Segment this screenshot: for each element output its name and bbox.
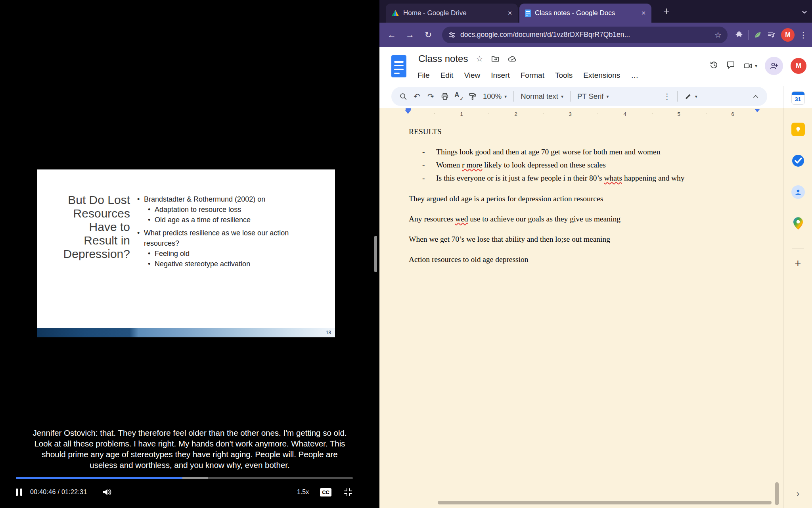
get-add-ons-button[interactable]: + xyxy=(795,258,801,269)
docs-toolbar: ↶ ↷ A✓ 100%▾ Normal text▾ PT Serif▾ xyxy=(391,87,767,106)
version-history-icon[interactable] xyxy=(709,60,718,71)
document-canvas[interactable]: RESULTS -Things look good and then at ag… xyxy=(409,120,762,266)
ruler-tick xyxy=(434,114,435,114)
video-progress-bar[interactable] xyxy=(16,477,353,479)
menu-edit[interactable]: Edit xyxy=(440,71,454,80)
slide-bullet-list: •Brandstadter & Rothermund (2002) on •Ad… xyxy=(137,194,293,269)
volume-button[interactable] xyxy=(102,488,113,496)
docs-menubar: File Edit View Insert Format Tools Exten… xyxy=(417,71,638,80)
chevron-down-icon: ▾ xyxy=(561,94,563,99)
hide-side-panel-chevron[interactable]: › xyxy=(784,489,812,498)
slide-sub-bullet: •Adaptation to resource loss xyxy=(148,204,293,215)
toolbar-divider xyxy=(748,30,749,40)
menu-overflow[interactable]: … xyxy=(631,71,638,80)
ruler-tick xyxy=(488,114,489,114)
video-camera-icon xyxy=(743,61,753,71)
video-player[interactable]: But Do Lost Resources Have to Result in … xyxy=(0,0,379,508)
address-bar[interactable]: docs.google.com/document/d/1vz8rDXFBqrR7… xyxy=(442,27,728,43)
share-button[interactable] xyxy=(765,57,783,75)
calendar-button[interactable]: 31 xyxy=(791,91,805,105)
ruler: 1 2 3 4 5 6 xyxy=(379,108,812,120)
search-menus-button[interactable] xyxy=(396,89,410,104)
pause-button[interactable] xyxy=(16,489,22,496)
meet-presentation-button[interactable]: ▾ xyxy=(743,61,757,71)
zoom-select[interactable]: 100%▾ xyxy=(479,92,510,101)
contacts-button[interactable] xyxy=(791,185,805,199)
browser-menu-kebab-icon[interactable]: ⋮ xyxy=(798,30,809,40)
vertical-scrollbar[interactable] xyxy=(775,482,779,505)
chevron-down-icon: ▾ xyxy=(695,94,697,99)
docs-header: Class notes ☆ File Edit View Insert Form… xyxy=(379,47,812,86)
keep-button[interactable] xyxy=(791,123,805,136)
bookmark-star-icon[interactable]: ☆ xyxy=(714,30,722,40)
chevron-down-icon: ▾ xyxy=(606,94,609,99)
new-tab-button[interactable]: + xyxy=(660,5,673,18)
move-to-folder-icon[interactable] xyxy=(491,54,500,63)
tab-list-chevron-icon[interactable] xyxy=(802,8,807,15)
docs-file-icon xyxy=(391,55,406,77)
maps-button[interactable] xyxy=(791,217,805,230)
more-options-kebab[interactable]: ⋮ xyxy=(660,89,674,104)
menu-insert[interactable]: Insert xyxy=(491,71,510,80)
docs-favicon xyxy=(525,10,531,17)
misspelled-text: whats xyxy=(604,174,622,182)
paint-format-button[interactable] xyxy=(465,89,479,104)
tab-google-docs[interactable]: Class notes - Google Docs × xyxy=(519,4,651,23)
tab-close-icon[interactable]: × xyxy=(639,8,648,18)
site-settings-icon[interactable] xyxy=(448,31,456,39)
document-title[interactable]: Class notes xyxy=(418,53,468,64)
collapse-toolbar-button[interactable] xyxy=(749,89,762,104)
star-document-icon[interactable]: ☆ xyxy=(476,54,483,64)
workspace-side-panel: 31 + › xyxy=(783,86,812,508)
docs-profile-avatar[interactable]: M xyxy=(791,58,806,74)
menu-tools[interactable]: Tools xyxy=(555,71,573,80)
forward-button[interactable]: → xyxy=(401,26,419,44)
tab-google-drive[interactable]: Home - Google Drive × xyxy=(386,4,518,23)
toolbar-divider xyxy=(570,91,571,102)
undo-button[interactable]: ↶ xyxy=(410,89,424,104)
video-pane-scrollbar[interactable] xyxy=(374,236,377,272)
editing-mode-select[interactable]: ▾ xyxy=(681,92,701,100)
progress-played xyxy=(16,477,182,479)
drive-favicon xyxy=(391,10,399,17)
captions-button[interactable]: CC xyxy=(320,488,331,496)
extension-playlist-icon[interactable] xyxy=(764,31,778,39)
redo-button[interactable]: ↷ xyxy=(424,89,438,104)
slide-sub-bullet: •Negative stereotype activation xyxy=(148,259,293,269)
menu-format[interactable]: Format xyxy=(521,71,544,80)
fullscreen-button[interactable] xyxy=(343,487,353,497)
reload-button[interactable]: ↻ xyxy=(419,26,437,44)
docs-toolbar-row: ↶ ↷ A✓ 100%▾ Normal text▾ PT Serif▾ xyxy=(379,86,812,108)
extension-leaf-icon[interactable] xyxy=(751,31,764,39)
menu-view[interactable]: View xyxy=(464,71,480,80)
misspelled-text: r more xyxy=(462,161,482,169)
ruler-tick xyxy=(652,114,653,114)
print-button[interactable] xyxy=(438,89,452,104)
right-indent-marker[interactable] xyxy=(755,109,760,112)
spell-check-button[interactable]: A✓ xyxy=(452,89,465,104)
menu-file[interactable]: File xyxy=(417,71,430,80)
fullscreen-icon xyxy=(343,487,353,497)
volume-icon xyxy=(102,488,113,496)
slide-title: But Do Lost Resources Have to Result in … xyxy=(60,193,130,261)
keep-icon xyxy=(791,123,805,136)
font-select[interactable]: PT Serif▾ xyxy=(574,92,613,101)
first-line-indent-marker[interactable] xyxy=(406,108,411,110)
doc-paragraph: Any resources wed use to achieve our goa… xyxy=(409,212,762,225)
document-status-cloud-icon[interactable] xyxy=(508,54,517,64)
back-button[interactable]: ← xyxy=(383,26,401,44)
paragraph-style-select[interactable]: Normal text▾ xyxy=(517,92,567,101)
comments-icon[interactable] xyxy=(726,60,735,71)
left-indent-marker[interactable] xyxy=(405,110,411,114)
doc-list-item: -Is this everyone or is it just a few pe… xyxy=(409,171,762,185)
browser-profile-avatar[interactable]: M xyxy=(781,28,795,42)
person-add-icon xyxy=(769,61,779,71)
playback-speed-button[interactable]: 1.5x xyxy=(297,489,309,496)
tab-close-icon[interactable]: × xyxy=(505,8,515,18)
horizontal-scrollbar[interactable] xyxy=(438,501,772,504)
menu-extensions[interactable]: Extensions xyxy=(583,71,620,80)
tasks-button[interactable] xyxy=(791,154,805,167)
ruler-number: 5 xyxy=(677,111,680,117)
extensions-puzzle-icon[interactable] xyxy=(732,31,746,39)
ruler-number: 2 xyxy=(514,111,517,117)
